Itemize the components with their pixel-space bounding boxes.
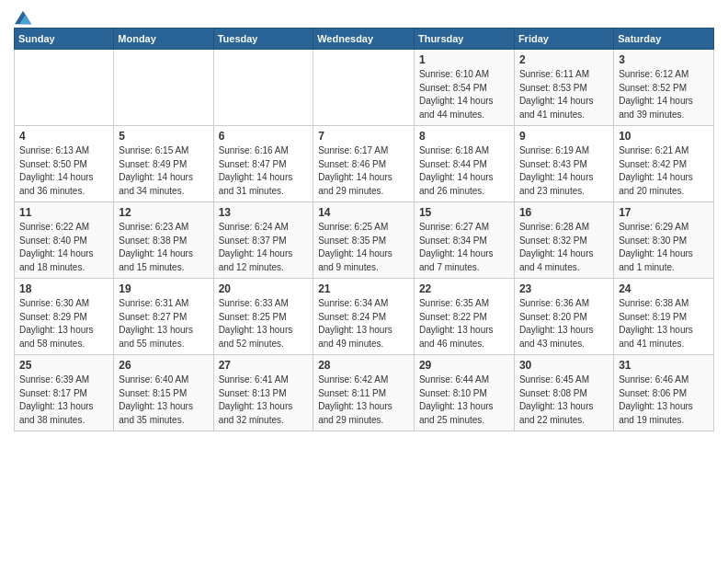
day-info: Sunrise: 6:19 AM Sunset: 8:43 PM Dayligh…: [519, 144, 609, 198]
day-info: Sunrise: 6:15 AM Sunset: 8:49 PM Dayligh…: [119, 144, 208, 198]
calendar-week-row: 4Sunrise: 6:13 AM Sunset: 8:50 PM Daylig…: [15, 126, 714, 202]
day-info: Sunrise: 6:36 AM Sunset: 8:20 PM Dayligh…: [519, 297, 609, 350]
day-number: 23: [519, 282, 609, 295]
day-info: Sunrise: 6:22 AM Sunset: 8:40 PM Dayligh…: [19, 221, 108, 274]
calendar-week-row: 18Sunrise: 6:30 AM Sunset: 8:29 PM Dayli…: [15, 279, 714, 355]
table-row: 14Sunrise: 6:25 AM Sunset: 8:35 PM Dayli…: [313, 202, 415, 279]
table-row: 15Sunrise: 6:27 AM Sunset: 8:34 PM Dayli…: [414, 202, 514, 279]
logo-icon: [15, 9, 31, 26]
day-number: 20: [219, 282, 309, 295]
day-info: Sunrise: 6:42 AM Sunset: 8:11 PM Dayligh…: [318, 373, 409, 427]
day-number: 31: [619, 359, 709, 372]
day-info: Sunrise: 6:16 AM Sunset: 8:47 PM Dayligh…: [219, 144, 309, 198]
day-number: 2: [519, 53, 609, 66]
calendar-week-row: 1Sunrise: 6:10 AM Sunset: 8:54 PM Daylig…: [15, 50, 714, 126]
day-info: Sunrise: 6:41 AM Sunset: 8:13 PM Dayligh…: [219, 373, 309, 427]
day-info: Sunrise: 6:33 AM Sunset: 8:25 PM Dayligh…: [219, 297, 309, 350]
table-row: 28Sunrise: 6:42 AM Sunset: 8:11 PM Dayli…: [313, 355, 415, 431]
day-number: 28: [318, 359, 409, 372]
day-info: Sunrise: 6:12 AM Sunset: 8:52 PM Dayligh…: [619, 68, 709, 121]
day-number: 10: [619, 130, 709, 143]
table-row: 20Sunrise: 6:33 AM Sunset: 8:25 PM Dayli…: [213, 279, 313, 355]
day-number: 19: [119, 282, 208, 295]
table-row: 5Sunrise: 6:15 AM Sunset: 8:49 PM Daylig…: [114, 126, 213, 202]
table-row: 16Sunrise: 6:28 AM Sunset: 8:32 PM Dayli…: [514, 202, 613, 279]
table-row: 27Sunrise: 6:41 AM Sunset: 8:13 PM Dayli…: [213, 355, 313, 431]
day-info: Sunrise: 6:45 AM Sunset: 8:08 PM Dayligh…: [519, 373, 609, 427]
day-number: 5: [119, 130, 208, 143]
day-info: Sunrise: 6:46 AM Sunset: 8:06 PM Dayligh…: [619, 373, 709, 427]
table-row: 2Sunrise: 6:11 AM Sunset: 8:53 PM Daylig…: [514, 50, 613, 126]
day-info: Sunrise: 6:27 AM Sunset: 8:34 PM Dayligh…: [419, 221, 509, 274]
table-row: 30Sunrise: 6:45 AM Sunset: 8:08 PM Dayli…: [514, 355, 613, 431]
day-number: 16: [519, 206, 609, 219]
day-number: 11: [19, 206, 108, 219]
table-row: 23Sunrise: 6:36 AM Sunset: 8:20 PM Dayli…: [514, 279, 613, 355]
table-row: 31Sunrise: 6:46 AM Sunset: 8:06 PM Dayli…: [614, 355, 714, 431]
header: [14, 9, 714, 22]
day-info: Sunrise: 6:30 AM Sunset: 8:29 PM Dayligh…: [19, 297, 108, 350]
table-row: [313, 50, 415, 126]
table-row: [114, 50, 213, 126]
day-number: 14: [318, 206, 409, 219]
day-number: 24: [619, 282, 709, 295]
day-info: Sunrise: 6:13 AM Sunset: 8:50 PM Dayligh…: [19, 144, 108, 198]
day-info: Sunrise: 6:44 AM Sunset: 8:10 PM Dayligh…: [419, 373, 509, 427]
table-row: 21Sunrise: 6:34 AM Sunset: 8:24 PM Dayli…: [313, 279, 415, 355]
col-header-thursday: Thursday: [414, 29, 514, 50]
day-info: Sunrise: 6:29 AM Sunset: 8:30 PM Dayligh…: [619, 221, 709, 274]
table-row: 3Sunrise: 6:12 AM Sunset: 8:52 PM Daylig…: [614, 50, 714, 126]
day-number: 9: [519, 130, 609, 143]
table-row: 4Sunrise: 6:13 AM Sunset: 8:50 PM Daylig…: [15, 126, 114, 202]
day-number: 3: [619, 53, 709, 66]
table-row: 10Sunrise: 6:21 AM Sunset: 8:42 PM Dayli…: [614, 126, 714, 202]
day-info: Sunrise: 6:35 AM Sunset: 8:22 PM Dayligh…: [419, 297, 509, 350]
table-row: 17Sunrise: 6:29 AM Sunset: 8:30 PM Dayli…: [614, 202, 714, 279]
logo: [14, 9, 31, 22]
day-info: Sunrise: 6:23 AM Sunset: 8:38 PM Dayligh…: [119, 221, 208, 274]
table-row: 6Sunrise: 6:16 AM Sunset: 8:47 PM Daylig…: [213, 126, 313, 202]
table-row: 9Sunrise: 6:19 AM Sunset: 8:43 PM Daylig…: [514, 126, 613, 202]
day-number: 13: [219, 206, 309, 219]
day-number: 26: [119, 359, 208, 372]
day-number: 4: [19, 130, 108, 143]
day-info: Sunrise: 6:40 AM Sunset: 8:15 PM Dayligh…: [119, 373, 208, 427]
col-header-friday: Friday: [514, 29, 613, 50]
table-row: 29Sunrise: 6:44 AM Sunset: 8:10 PM Dayli…: [414, 355, 514, 431]
table-row: 26Sunrise: 6:40 AM Sunset: 8:15 PM Dayli…: [114, 355, 213, 431]
table-row: 24Sunrise: 6:38 AM Sunset: 8:19 PM Dayli…: [614, 279, 714, 355]
calendar-header-row: SundayMondayTuesdayWednesdayThursdayFrid…: [15, 29, 714, 50]
day-number: 12: [119, 206, 208, 219]
day-number: 22: [419, 282, 509, 295]
col-header-monday: Monday: [114, 29, 213, 50]
day-info: Sunrise: 6:38 AM Sunset: 8:19 PM Dayligh…: [619, 297, 709, 350]
day-number: 6: [219, 130, 309, 143]
calendar-week-row: 11Sunrise: 6:22 AM Sunset: 8:40 PM Dayli…: [15, 202, 714, 279]
table-row: 8Sunrise: 6:18 AM Sunset: 8:44 PM Daylig…: [414, 126, 514, 202]
col-header-tuesday: Tuesday: [213, 29, 313, 50]
day-info: Sunrise: 6:34 AM Sunset: 8:24 PM Dayligh…: [318, 297, 409, 350]
day-info: Sunrise: 6:24 AM Sunset: 8:37 PM Dayligh…: [219, 221, 309, 274]
col-header-saturday: Saturday: [614, 29, 714, 50]
day-number: 1: [419, 53, 509, 66]
col-header-wednesday: Wednesday: [313, 29, 415, 50]
day-number: 21: [318, 282, 409, 295]
day-number: 8: [419, 130, 509, 143]
table-row: 18Sunrise: 6:30 AM Sunset: 8:29 PM Dayli…: [15, 279, 114, 355]
day-number: 18: [19, 282, 108, 295]
page-container: SundayMondayTuesdayWednesdayThursdayFrid…: [0, 0, 728, 563]
day-info: Sunrise: 6:21 AM Sunset: 8:42 PM Dayligh…: [619, 144, 709, 198]
table-row: 19Sunrise: 6:31 AM Sunset: 8:27 PM Dayli…: [114, 279, 213, 355]
table-row: 22Sunrise: 6:35 AM Sunset: 8:22 PM Dayli…: [414, 279, 514, 355]
day-info: Sunrise: 6:25 AM Sunset: 8:35 PM Dayligh…: [318, 221, 409, 274]
table-row: 12Sunrise: 6:23 AM Sunset: 8:38 PM Dayli…: [114, 202, 213, 279]
table-row: 25Sunrise: 6:39 AM Sunset: 8:17 PM Dayli…: [15, 355, 114, 431]
day-info: Sunrise: 6:39 AM Sunset: 8:17 PM Dayligh…: [19, 373, 108, 427]
col-header-sunday: Sunday: [15, 29, 114, 50]
day-number: 25: [19, 359, 108, 372]
table-row: 13Sunrise: 6:24 AM Sunset: 8:37 PM Dayli…: [213, 202, 313, 279]
day-info: Sunrise: 6:31 AM Sunset: 8:27 PM Dayligh…: [119, 297, 208, 350]
table-row: 7Sunrise: 6:17 AM Sunset: 8:46 PM Daylig…: [313, 126, 415, 202]
day-info: Sunrise: 6:10 AM Sunset: 8:54 PM Dayligh…: [419, 68, 509, 121]
day-number: 15: [419, 206, 509, 219]
